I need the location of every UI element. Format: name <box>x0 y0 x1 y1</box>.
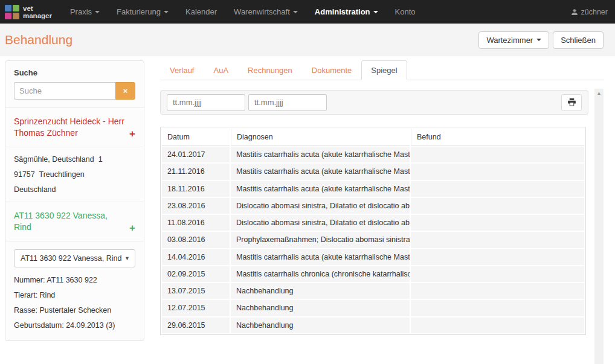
cell-datum: 03.08.2016 <box>162 232 230 247</box>
divider <box>5 147 144 147</box>
cell-diagnosen: Mastitis catarrhalis chronica (chronisch… <box>231 266 410 282</box>
table-row[interactable]: 02.09.2015 Mastitis catarrhalis chronica… <box>162 266 584 282</box>
table-row[interactable]: 18.11.2016 Mastitis catarrhalis acuta (a… <box>162 181 584 197</box>
search-input[interactable] <box>14 82 115 100</box>
page-title: Behandlung <box>5 33 72 47</box>
col-header-datum: Datum <box>162 129 230 145</box>
chevron-down-icon <box>536 39 541 41</box>
animal-select-value: AT11 3630 922 Vanessa, Rind, w, 3 <box>21 254 122 263</box>
brand-line1: vet <box>23 5 52 12</box>
search-group: × <box>14 82 135 100</box>
cell-datum: 11.08.2016 <box>162 215 230 231</box>
table-row[interactable]: 29.06.2015 Nachbehandlung <box>162 318 584 333</box>
spiegel-table: Datum Diagnosen Befund 24.01.2017 Mastit… <box>160 127 586 335</box>
schliessen-label: Schließen <box>561 36 596 45</box>
printer-icon <box>567 98 576 107</box>
cell-befund <box>411 232 584 247</box>
brand-logo[interactable]: vet manager <box>5 5 52 19</box>
animal-breed: Rasse: Pustertaler Schecken <box>14 306 135 315</box>
table-row[interactable]: 24.01.2017 Mastitis catarrhalis acuta (a… <box>162 147 584 162</box>
customer-name-link[interactable]: Sprinzenzucht Heideck - Herr Thomas Züch… <box>14 116 129 139</box>
page-header: Behandlung Wartezimmer Schließen <box>0 24 615 56</box>
table-row[interactable]: 13.07.2015 Nachbehandlung <box>162 283 584 299</box>
customer-address-country: Deutschland <box>14 185 135 194</box>
user-menu[interactable]: züchner <box>571 8 608 16</box>
col-header-diagnosen: Diagnosen <box>231 129 410 145</box>
cell-befund <box>411 318 584 333</box>
tab-verlauf[interactable]: Verlauf <box>160 60 204 80</box>
cell-datum: 29.06.2015 <box>162 318 230 333</box>
nav-kalender[interactable]: Kalender <box>177 0 225 24</box>
select-caret-down-icon: ▼ <box>124 255 130 261</box>
table-row[interactable]: 12.07.2015 Nachbehandlung <box>162 300 584 316</box>
table-row[interactable]: 14.04.2016 Mastitis catarrhalis acuta (a… <box>162 249 584 265</box>
nav-konto-label: Konto <box>395 0 416 24</box>
cell-diagnosen: Prophylaxemaßnahmen; Dislocatio abomasi … <box>231 232 410 247</box>
nav-administration-label: Administration <box>315 0 370 24</box>
cell-diagnosen: Dislocatio abomasi sinistra, Dilatatio e… <box>231 215 410 231</box>
nav-warenwirtschaft[interactable]: Warenwirtschaft <box>225 0 306 24</box>
customer-address-street: Sägmühle, Deutschland 1 <box>14 155 135 164</box>
animal-species: Tierart: Rind <box>14 291 135 299</box>
vetmanager-logo-icon <box>5 5 19 19</box>
cell-datum: 23.08.2016 <box>162 198 230 214</box>
search-clear-button[interactable]: × <box>115 82 135 100</box>
search-label: Suche <box>14 68 135 77</box>
chevron-down-icon <box>373 11 378 13</box>
table-header-row: Datum Diagnosen Befund <box>162 129 584 145</box>
nav-warenwirtschaft-label: Warenwirtschaft <box>234 0 290 24</box>
date-to-input[interactable] <box>248 94 327 111</box>
cell-diagnosen: Nachbehandlung <box>231 283 410 299</box>
add-animal-plus-icon[interactable]: + <box>129 223 135 233</box>
tab-aua[interactable]: AuA <box>204 60 238 80</box>
animal-header: AT11 3630 922 Vanessa, Rind + <box>14 210 135 233</box>
user-icon <box>571 8 578 16</box>
chevron-down-icon <box>164 11 169 13</box>
cell-diagnosen: Mastitis catarrhalis acuta (akute katarr… <box>231 164 410 179</box>
header-buttons: Wartezimmer Schließen <box>478 31 604 49</box>
table-row[interactable]: 21.11.2016 Mastitis catarrhalis acuta (a… <box>162 164 584 179</box>
nav-konto[interactable]: Konto <box>387 0 424 24</box>
chevron-down-icon <box>293 11 298 13</box>
nav-praxis[interactable]: Praxis <box>62 0 108 24</box>
nav-administration[interactable]: Administration <box>306 0 387 24</box>
tab-dokumente[interactable]: Dokumente <box>302 60 361 80</box>
col-header-befund: Befund <box>411 129 584 145</box>
date-filter-panel <box>160 90 588 115</box>
divider <box>5 241 144 241</box>
table-row[interactable]: 03.08.2016 Prophylaxemaßnahmen; Dislocat… <box>162 232 584 247</box>
cell-befund <box>411 266 584 282</box>
schliessen-button[interactable]: Schließen <box>553 31 604 49</box>
cell-befund <box>411 181 584 197</box>
animal-select[interactable]: AT11 3630 922 Vanessa, Rind, w, 3 ▼ <box>14 249 135 267</box>
cell-diagnosen: Nachbehandlung <box>231 300 410 316</box>
animal-birthdate: Geburtsdatum: 24.09.2013 (3) <box>14 321 135 330</box>
top-navbar: vet manager Praxis Fakturierung Kalender… <box>0 0 615 24</box>
print-button[interactable] <box>561 94 582 111</box>
clear-x-icon: × <box>123 86 128 95</box>
tab-rechnungen[interactable]: Rechnungen <box>238 60 302 80</box>
cell-diagnosen: Nachbehandlung <box>231 318 410 333</box>
cell-befund <box>411 215 584 231</box>
tab-spiegel[interactable]: Spiegel <box>361 60 407 80</box>
cell-datum: 02.09.2015 <box>162 266 230 282</box>
date-from-input[interactable] <box>167 94 245 111</box>
app-window: vet manager Praxis Fakturierung Kalender… <box>0 0 615 364</box>
nav-praxis-label: Praxis <box>70 0 92 24</box>
vertical-scrollbar[interactable]: ▲ <box>594 89 604 364</box>
scroll-up-arrow-icon[interactable]: ▲ <box>594 89 604 98</box>
table-row[interactable]: 11.08.2016 Dislocatio abomasi sinistra, … <box>162 215 584 231</box>
nav-fakturierung[interactable]: Fakturierung <box>108 0 177 24</box>
main-menu: Praxis Fakturierung Kalender Warenwirtsc… <box>62 0 424 24</box>
cell-datum: 12.07.2015 <box>162 300 230 316</box>
cell-diagnosen: Dislocatio abomasi sinistra, Dilatatio e… <box>231 198 410 214</box>
wartezimmer-button[interactable]: Wartezimmer <box>478 31 549 49</box>
chevron-down-icon <box>95 11 100 13</box>
cell-diagnosen: Mastitis catarrhalis acuta (akute katarr… <box>231 181 410 197</box>
animal-name-link[interactable]: AT11 3630 922 Vanessa, Rind <box>14 210 129 233</box>
brand-line2: manager <box>23 12 52 19</box>
cell-diagnosen: Mastitis catarrhalis acuta (akute katarr… <box>231 147 410 162</box>
add-customer-plus-icon[interactable]: + <box>129 129 135 139</box>
table-row[interactable]: 23.08.2016 Dislocatio abomasi sinistra, … <box>162 198 584 214</box>
username: züchner <box>581 8 608 16</box>
